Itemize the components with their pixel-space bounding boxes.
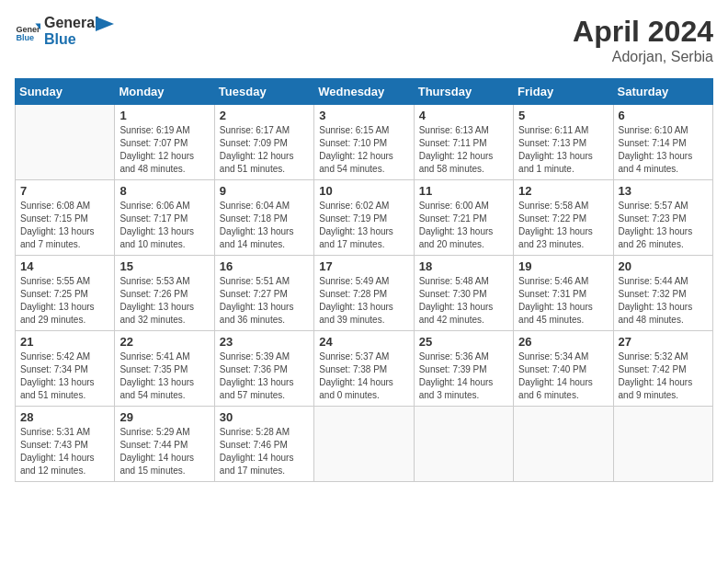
calendar-cell: 4Sunrise: 6:13 AM Sunset: 7:11 PM Daylig… bbox=[414, 105, 513, 180]
calendar-cell: 6Sunrise: 6:10 AM Sunset: 7:14 PM Daylig… bbox=[613, 105, 712, 180]
day-number: 8 bbox=[119, 184, 209, 198]
calendar-cell: 18Sunrise: 5:48 AM Sunset: 7:30 PM Dayli… bbox=[414, 256, 513, 331]
day-number: 28 bbox=[20, 410, 109, 424]
calendar-cell: 10Sunrise: 6:02 AM Sunset: 7:19 PM Dayli… bbox=[314, 180, 414, 256]
day-info: Sunrise: 5:31 AM Sunset: 7:43 PM Dayligh… bbox=[20, 426, 109, 477]
day-number: 14 bbox=[20, 259, 109, 273]
calendar-cell: 19Sunrise: 5:46 AM Sunset: 7:31 PM Dayli… bbox=[514, 256, 613, 331]
day-number: 26 bbox=[518, 335, 608, 349]
day-info: Sunrise: 5:36 AM Sunset: 7:39 PM Dayligh… bbox=[419, 350, 508, 402]
calendar-cell: 1Sunrise: 6:19 AM Sunset: 7:07 PM Daylig… bbox=[115, 105, 214, 180]
calendar-cell: 28Sunrise: 5:31 AM Sunset: 7:43 PM Dayli… bbox=[16, 407, 115, 482]
day-number: 18 bbox=[419, 259, 508, 273]
day-info: Sunrise: 6:04 AM Sunset: 7:18 PM Dayligh… bbox=[220, 200, 309, 251]
calendar-cell bbox=[16, 105, 115, 180]
day-info: Sunrise: 5:32 AM Sunset: 7:42 PM Dayligh… bbox=[619, 350, 708, 402]
logo: General Blue General Blue bbox=[15, 15, 114, 47]
day-info: Sunrise: 6:11 AM Sunset: 7:13 PM Dayligh… bbox=[518, 124, 608, 176]
day-number: 19 bbox=[518, 259, 608, 273]
page-header: General Blue General Blue April 2024 Ado… bbox=[15, 15, 713, 65]
day-info: Sunrise: 5:51 AM Sunset: 7:27 PM Dayligh… bbox=[220, 275, 309, 327]
calendar-cell: 16Sunrise: 5:51 AM Sunset: 7:27 PM Dayli… bbox=[214, 256, 313, 331]
svg-marker-3 bbox=[96, 17, 114, 31]
calendar-cell: 21Sunrise: 5:42 AM Sunset: 7:34 PM Dayli… bbox=[16, 331, 115, 407]
header-saturday: Saturday bbox=[613, 79, 712, 105]
logo-general: General bbox=[44, 15, 99, 30]
calendar-week-1: 1Sunrise: 6:19 AM Sunset: 7:07 PM Daylig… bbox=[16, 105, 713, 180]
day-number: 12 bbox=[518, 184, 608, 198]
calendar-cell: 3Sunrise: 6:15 AM Sunset: 7:10 PM Daylig… bbox=[314, 105, 414, 180]
day-info: Sunrise: 5:58 AM Sunset: 7:22 PM Dayligh… bbox=[518, 200, 608, 251]
day-number: 23 bbox=[220, 335, 309, 349]
calendar-cell: 24Sunrise: 5:37 AM Sunset: 7:38 PM Dayli… bbox=[314, 331, 414, 407]
calendar-header-row: SundayMondayTuesdayWednesdayThursdayFrid… bbox=[16, 79, 713, 105]
day-number: 25 bbox=[419, 335, 508, 349]
calendar-week-2: 7Sunrise: 6:08 AM Sunset: 7:15 PM Daylig… bbox=[16, 180, 713, 256]
day-info: Sunrise: 5:28 AM Sunset: 7:46 PM Dayligh… bbox=[220, 426, 309, 477]
header-thursday: Thursday bbox=[414, 79, 513, 105]
day-number: 13 bbox=[619, 184, 708, 198]
header-tuesday: Tuesday bbox=[214, 79, 313, 105]
day-number: 21 bbox=[20, 335, 109, 349]
calendar-week-3: 14Sunrise: 5:55 AM Sunset: 7:25 PM Dayli… bbox=[16, 256, 713, 331]
logo-blue: Blue bbox=[44, 31, 76, 47]
day-info: Sunrise: 5:39 AM Sunset: 7:36 PM Dayligh… bbox=[220, 350, 309, 402]
day-number: 11 bbox=[419, 184, 508, 198]
calendar-cell bbox=[314, 407, 414, 482]
day-info: Sunrise: 5:44 AM Sunset: 7:32 PM Dayligh… bbox=[619, 275, 708, 327]
calendar-cell bbox=[514, 407, 613, 482]
day-number: 5 bbox=[518, 109, 608, 122]
day-number: 22 bbox=[119, 335, 209, 349]
title-block: April 2024 Adorjan, Serbia bbox=[573, 15, 713, 65]
day-number: 30 bbox=[220, 410, 309, 424]
day-info: Sunrise: 6:06 AM Sunset: 7:17 PM Dayligh… bbox=[119, 200, 209, 251]
day-number: 17 bbox=[319, 259, 408, 273]
day-info: Sunrise: 5:34 AM Sunset: 7:40 PM Dayligh… bbox=[518, 350, 608, 402]
day-number: 27 bbox=[619, 335, 708, 349]
day-info: Sunrise: 5:42 AM Sunset: 7:34 PM Dayligh… bbox=[20, 350, 109, 402]
day-number: 24 bbox=[319, 335, 408, 349]
day-info: Sunrise: 6:17 AM Sunset: 7:09 PM Dayligh… bbox=[220, 124, 309, 176]
logo-icon: General Blue bbox=[15, 18, 40, 44]
day-info: Sunrise: 5:41 AM Sunset: 7:35 PM Dayligh… bbox=[119, 350, 209, 402]
calendar-cell: 17Sunrise: 5:49 AM Sunset: 7:28 PM Dayli… bbox=[314, 256, 414, 331]
calendar-cell: 22Sunrise: 5:41 AM Sunset: 7:35 PM Dayli… bbox=[115, 331, 214, 407]
day-number: 20 bbox=[619, 259, 708, 273]
day-number: 9 bbox=[220, 184, 309, 198]
day-info: Sunrise: 5:53 AM Sunset: 7:26 PM Dayligh… bbox=[119, 275, 209, 327]
calendar-cell: 23Sunrise: 5:39 AM Sunset: 7:36 PM Dayli… bbox=[214, 331, 313, 407]
day-number: 3 bbox=[319, 109, 408, 122]
day-number: 16 bbox=[220, 259, 309, 273]
location-title: Adorjan, Serbia bbox=[573, 49, 713, 65]
calendar-cell: 26Sunrise: 5:34 AM Sunset: 7:40 PM Dayli… bbox=[514, 331, 613, 407]
calendar-cell: 2Sunrise: 6:17 AM Sunset: 7:09 PM Daylig… bbox=[214, 105, 313, 180]
logo-flag-icon bbox=[96, 17, 114, 39]
calendar-cell: 11Sunrise: 6:00 AM Sunset: 7:21 PM Dayli… bbox=[414, 180, 513, 256]
day-number: 6 bbox=[619, 109, 708, 122]
day-info: Sunrise: 6:10 AM Sunset: 7:14 PM Dayligh… bbox=[619, 124, 708, 176]
day-info: Sunrise: 5:29 AM Sunset: 7:44 PM Dayligh… bbox=[119, 426, 209, 477]
day-number: 29 bbox=[119, 410, 209, 424]
calendar-table: SundayMondayTuesdayWednesdayThursdayFrid… bbox=[15, 78, 713, 482]
calendar-cell: 5Sunrise: 6:11 AM Sunset: 7:13 PM Daylig… bbox=[514, 105, 613, 180]
header-wednesday: Wednesday bbox=[314, 79, 414, 105]
calendar-cell: 13Sunrise: 5:57 AM Sunset: 7:23 PM Dayli… bbox=[613, 180, 712, 256]
day-info: Sunrise: 5:37 AM Sunset: 7:38 PM Dayligh… bbox=[319, 350, 408, 402]
calendar-cell: 9Sunrise: 6:04 AM Sunset: 7:18 PM Daylig… bbox=[214, 180, 313, 256]
day-info: Sunrise: 5:55 AM Sunset: 7:25 PM Dayligh… bbox=[20, 275, 109, 327]
day-info: Sunrise: 5:48 AM Sunset: 7:30 PM Dayligh… bbox=[419, 275, 508, 327]
calendar-cell: 14Sunrise: 5:55 AM Sunset: 7:25 PM Dayli… bbox=[16, 256, 115, 331]
calendar-cell: 29Sunrise: 5:29 AM Sunset: 7:44 PM Dayli… bbox=[115, 407, 214, 482]
day-info: Sunrise: 6:13 AM Sunset: 7:11 PM Dayligh… bbox=[419, 124, 508, 176]
day-number: 4 bbox=[419, 109, 508, 122]
month-title: April 2024 bbox=[573, 15, 713, 49]
day-number: 15 bbox=[119, 259, 209, 273]
day-info: Sunrise: 6:19 AM Sunset: 7:07 PM Dayligh… bbox=[119, 124, 209, 176]
calendar-week-5: 28Sunrise: 5:31 AM Sunset: 7:43 PM Dayli… bbox=[16, 407, 713, 482]
calendar-cell: 27Sunrise: 5:32 AM Sunset: 7:42 PM Dayli… bbox=[613, 331, 712, 407]
calendar-cell: 25Sunrise: 5:36 AM Sunset: 7:39 PM Dayli… bbox=[414, 331, 513, 407]
day-number: 2 bbox=[220, 109, 309, 122]
day-info: Sunrise: 5:46 AM Sunset: 7:31 PM Dayligh… bbox=[518, 275, 608, 327]
calendar-cell: 30Sunrise: 5:28 AM Sunset: 7:46 PM Dayli… bbox=[214, 407, 313, 482]
day-info: Sunrise: 6:00 AM Sunset: 7:21 PM Dayligh… bbox=[419, 200, 508, 251]
